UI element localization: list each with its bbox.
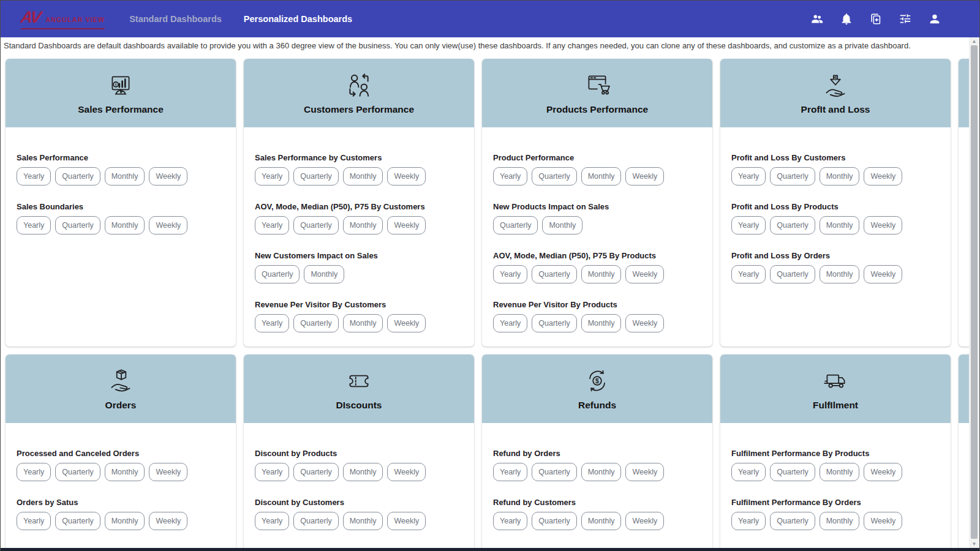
period-button-quarterly[interactable]: Quarterly [770,512,815,530]
period-button-monthly[interactable]: Monthly [343,216,383,234]
period-button-monthly[interactable]: Monthly [343,512,383,530]
period-button-monthly[interactable]: Monthly [581,265,622,283]
period-button-yearly[interactable]: Yearly [255,463,289,481]
period-button-quarterly[interactable]: Quarterly [293,167,338,186]
period-button-monthly[interactable]: Monthly [343,167,383,186]
account-person-icon[interactable] [928,12,941,26]
period-button-weekly[interactable]: Weekly [149,463,187,481]
period-button-weekly[interactable]: Weekly [625,463,664,481]
brand[interactable]: AV ANGULAR VIEW [21,9,105,29]
dashboard-section: AOV, Mode, Median (P50), P75 By Customer… [255,202,463,234]
period-button-monthly[interactable]: Monthly [820,216,860,234]
period-button-weekly[interactable]: Weekly [625,167,664,186]
period-button-weekly[interactable]: Weekly [387,463,426,481]
period-button-monthly[interactable]: Monthly [581,167,622,186]
section-title: Sales Performance [17,153,225,162]
period-button-weekly[interactable]: Weekly [387,512,426,530]
vertical-scrollbar[interactable]: ▲ ▼ [969,37,979,548]
period-button-weekly[interactable]: Weekly [387,216,426,234]
period-button-quarterly[interactable]: Quarterly [532,512,576,530]
period-button-monthly[interactable]: Monthly [343,314,383,332]
period-button-monthly[interactable]: Monthly [105,463,145,481]
period-button-monthly[interactable]: Monthly [820,265,860,283]
period-button-weekly[interactable]: Weekly [864,216,902,234]
period-button-quarterly[interactable]: Quarterly [532,265,576,283]
period-button-quarterly[interactable]: Quarterly [55,463,100,481]
period-button-weekly[interactable]: Weekly [864,167,902,186]
period-button-monthly[interactable]: Monthly [105,512,145,530]
period-button-weekly[interactable]: Weekly [625,512,664,530]
period-button-yearly[interactable]: Yearly [17,512,51,530]
scroll-down-arrow-icon[interactable]: ▼ [969,540,979,548]
period-button-monthly[interactable]: Monthly [343,463,383,481]
period-button-weekly[interactable]: Weekly [149,216,187,234]
period-button-monthly[interactable]: Monthly [581,463,622,481]
period-button-weekly[interactable]: Weekly [625,265,664,283]
period-button-yearly[interactable]: Yearly [731,512,766,530]
section-title: Sales Performance by Customers [255,153,463,162]
period-button-weekly[interactable]: Weekly [625,314,664,332]
period-button-quarterly[interactable]: Quarterly [55,216,100,234]
period-button-weekly[interactable]: Weekly [864,512,902,530]
period-button-weekly[interactable]: Weekly [149,167,187,186]
period-button-quarterly[interactable]: Quarterly [770,216,815,234]
period-button-monthly[interactable]: Monthly [105,216,145,234]
period-button-yearly[interactable]: Yearly [255,314,289,332]
period-button-monthly[interactable]: Monthly [820,463,860,481]
scrollbar-thumb[interactable] [971,45,978,539]
card-body: Product PerformanceYearlyQuarterlyMonthl… [482,127,712,332]
period-button-yearly[interactable]: Yearly [17,167,51,186]
period-button-yearly[interactable]: Yearly [731,463,766,481]
period-button-yearly[interactable]: Yearly [731,216,766,234]
period-button-yearly[interactable]: Yearly [255,512,289,530]
period-button-quarterly[interactable]: Quarterly [770,463,815,481]
period-button-yearly[interactable]: Yearly [493,265,527,283]
period-button-yearly[interactable]: Yearly [493,512,527,530]
period-button-quarterly[interactable]: Quarterly [293,314,338,332]
dashboard-section: Refund by OrdersYearlyQuarterlyMonthlyWe… [493,449,701,481]
period-button-monthly[interactable]: Monthly [820,167,860,186]
period-button-yearly[interactable]: Yearly [17,463,51,481]
period-button-quarterly[interactable]: Quarterly [770,167,815,186]
period-button-yearly[interactable]: Yearly [731,265,766,283]
period-button-quarterly[interactable]: Quarterly [532,314,576,332]
period-button-weekly[interactable]: Weekly [387,314,426,332]
period-button-quarterly[interactable]: Quarterly [55,167,100,186]
period-button-weekly[interactable]: Weekly [864,463,902,481]
tab-personalized-dashboards[interactable]: Personalized Dashboards [244,14,352,24]
period-button-quarterly[interactable]: Quarterly [293,216,338,234]
period-button-monthly[interactable]: Monthly [820,512,860,530]
clone-dashboard-icon[interactable] [869,12,883,26]
period-button-row: QuarterlyMonthly [493,216,701,234]
period-button-quarterly[interactable]: Quarterly [532,463,576,481]
period-button-weekly[interactable]: Weekly [387,167,426,186]
period-button-yearly[interactable]: Yearly [493,167,527,186]
period-button-yearly[interactable]: Yearly [493,314,527,332]
period-button-monthly[interactable]: Monthly [542,216,582,234]
scroll-up-arrow-icon[interactable]: ▲ [969,37,979,45]
period-button-yearly[interactable]: Yearly [255,216,289,234]
period-button-monthly[interactable]: Monthly [581,314,622,332]
period-button-quarterly[interactable]: Quarterly [532,167,576,186]
group-icon[interactable] [810,12,824,26]
period-button-row: YearlyQuarterlyMonthlyWeekly [731,167,940,186]
period-button-yearly[interactable]: Yearly [493,463,527,481]
period-button-weekly[interactable]: Weekly [864,265,902,283]
period-button-yearly[interactable]: Yearly [17,216,51,234]
period-button-monthly[interactable]: Monthly [304,265,344,283]
period-button-quarterly[interactable]: Quarterly [293,512,338,530]
period-button-quarterly[interactable]: Quarterly [493,216,538,234]
period-button-quarterly[interactable]: Quarterly [55,512,100,530]
tune-settings-icon[interactable] [899,12,912,26]
period-button-yearly[interactable]: Yearly [255,167,289,186]
period-button-quarterly[interactable]: Quarterly [770,265,815,283]
section-title: Revenue Per Visitor By Customers [255,300,463,309]
period-button-weekly[interactable]: Weekly [149,512,187,530]
period-button-quarterly[interactable]: Quarterly [255,265,300,283]
notifications-bell-icon[interactable] [840,12,853,26]
period-button-quarterly[interactable]: Quarterly [293,463,338,481]
period-button-monthly[interactable]: Monthly [581,512,622,530]
tab-standard-dashboards[interactable]: Standard Dashboards [129,14,222,24]
period-button-monthly[interactable]: Monthly [105,167,145,186]
period-button-yearly[interactable]: Yearly [731,167,766,186]
